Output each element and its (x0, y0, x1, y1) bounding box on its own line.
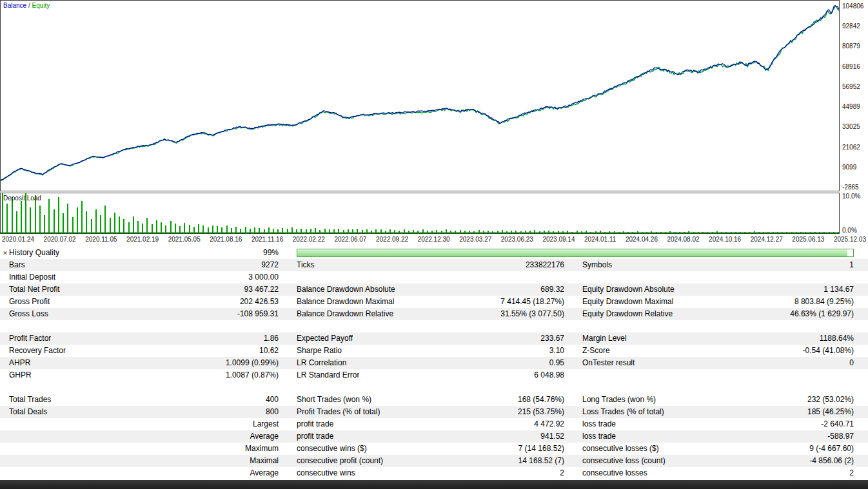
stat-value: 3.10 (549, 345, 564, 357)
stat-cell: Equity Drawdown Absolute1 134.67 (582, 283, 854, 296)
deposit-load-bar (189, 225, 190, 233)
stat-label: Balance Drawdown Maximal (297, 296, 394, 308)
deposit-load-bar (81, 201, 83, 233)
stat-cell (297, 271, 564, 283)
stat-label: Profit Trades (% of total) (297, 406, 380, 418)
stat-value: 215 (53.75%) (518, 406, 564, 418)
stat-cell: History Quality99% (9, 247, 279, 259)
stat-label: loss trade (582, 430, 616, 443)
stat-value: 0 (849, 357, 854, 369)
stat-cell: Expected Payoff233.67 (297, 332, 564, 345)
strategy-tester-report: Balance / Equity 10480692842808796891656… (0, 0, 868, 489)
deposit-load-bar (193, 227, 195, 234)
table-row: Averageprofit trade941.52loss trade-588.… (0, 430, 868, 443)
stat-label: Gross Loss (9, 308, 48, 320)
table-row: Total Deals800Profit Trades (% of total)… (0, 406, 868, 418)
bottom-scrollbar-track[interactable] (0, 480, 868, 489)
deposit-y-axis: 10.0% 0.0% (842, 193, 868, 234)
deposit-load-bar (63, 213, 64, 233)
table-row: Initial Deposit3 000.00 (0, 271, 868, 283)
deposit-load-bar (161, 222, 162, 233)
table-row: Averageconsecutive wins2consecutive loss… (0, 467, 868, 479)
stat-value: 1.0099 (0.99%) (226, 357, 279, 369)
stat-label: LR Standard Error (297, 369, 359, 381)
stat-label: Balance Drawdown Relative (297, 308, 393, 320)
deposit-load-bar (39, 206, 41, 233)
stat-value: 0.95 (549, 357, 564, 369)
deposit-load-bar (48, 199, 50, 233)
stat-value: -588.97 (827, 430, 854, 443)
balance-equity-chart-panel: Balance / Equity (0, 0, 840, 191)
x-axis-date-label: 2021.02.19 (126, 236, 159, 243)
stat-cell: Average (9, 430, 279, 443)
deposit-load-bar (184, 223, 185, 233)
main-y-axis-label: 21062 (842, 144, 860, 151)
balance-line (1, 5, 839, 180)
stat-cell: consecutive loss (count)-4 856.06 (2) (582, 455, 854, 467)
stat-value: 1.86 (264, 332, 279, 345)
stat-value: 14 168.52 (7) (518, 455, 564, 467)
stat-value: 185 (46.25%) (807, 406, 854, 418)
x-axis-date-label: 2021.05.05 (168, 236, 201, 243)
stat-cell: consecutive losses ($)9 (-4 667.60) (582, 443, 854, 455)
table-row: Largestprofit trade4 472.92loss trade-2 … (0, 418, 868, 430)
deposit-load-bar (104, 206, 106, 233)
table-row: Gross Profit202 426.53Balance Drawdown M… (0, 296, 868, 308)
main-y-axis-label: -2865 (842, 184, 859, 191)
stat-label: GHPR (9, 369, 32, 381)
stat-value: 7 414.45 (18.27%) (500, 296, 564, 308)
stat-cell: consecutive wins2 (297, 467, 564, 479)
stat-value: 202 426.53 (240, 296, 279, 308)
stat-cell: Z-Score-0.54 (41.08%) (582, 345, 854, 357)
x-axis-date-label: 2020.01.24 (2, 236, 34, 243)
stat-label: Symbols (582, 259, 612, 271)
x-axis-date-label: 2023.09.14 (542, 236, 575, 243)
deposit-load-bar (86, 211, 87, 233)
stat-cell: Short Trades (won %)168 (54.76%) (297, 394, 564, 406)
deposit-load-bar (77, 207, 78, 233)
stat-cell: Profit Factor1.86 (9, 332, 279, 345)
deposit-load-bar (179, 226, 181, 233)
stat-value: -0.54 (41.08%) (803, 345, 854, 357)
deposit-load-bar (212, 225, 213, 233)
balance-equity-plot (1, 1, 839, 191)
main-y-axis-label: 56952 (842, 84, 860, 90)
stat-cell: profit trade4 472.92 (297, 418, 564, 430)
stat-value: 93 467.22 (244, 283, 279, 296)
stat-value: 400 (266, 394, 279, 406)
stat-cell: Equity Drawdown Relative46.63% (1 629.97… (582, 308, 854, 320)
stat-label: OnTester result (582, 357, 635, 369)
table-row: Maximalconsecutive profit (count)14 168.… (0, 455, 868, 467)
stat-label: Total Deals (9, 406, 47, 418)
deposit-load-plot (1, 193, 839, 233)
stat-label: Total Trades (9, 394, 51, 406)
deposit-load-bar (6, 204, 8, 234)
stat-label: Profit Factor (9, 332, 51, 345)
x-axis-date-label: 2023.03.27 (459, 236, 491, 243)
stat-label: Equity Drawdown Maximal (582, 296, 673, 308)
stat-label: consecutive loss (count) (582, 455, 666, 467)
stat-cell: Average (9, 467, 279, 479)
stat-label: Initial Deposit (9, 271, 55, 283)
deposit-load-bar (119, 216, 120, 233)
stat-cell: Ticks233822176 (297, 259, 564, 271)
stat-value: 232 (53.02%) (807, 394, 854, 406)
stat-value: 233.67 (540, 332, 564, 345)
stat-label: consecutive profit (count) (297, 455, 383, 467)
stat-label: Total Net Profit (9, 283, 60, 296)
deposit-load-bar (44, 215, 45, 233)
x-axis-date-label: 2022.12.30 (418, 236, 450, 243)
stat-cell: Loss Trades (% of total)185 (46.25%) (582, 406, 854, 418)
stat-value: 941.52 (540, 430, 564, 443)
history-quality-bar (297, 249, 854, 257)
deposit-load-panel: Deposit Load (0, 193, 840, 234)
deposit-load-bar (152, 224, 153, 233)
close-report-button[interactable]: ✕ (1, 249, 9, 257)
stat-cell: consecutive wins ($)7 (14 168.52) (297, 443, 564, 455)
main-y-axis: 1048069284280879689165695244989330252106… (842, 0, 868, 191)
stat-label: Long Trades (won %) (582, 394, 656, 406)
stat-value: 6 048.98 (534, 369, 564, 381)
legend-equity-label: Equity (32, 2, 50, 9)
stat-label: profit trade (297, 418, 333, 430)
x-axis-dates: 2020.01.242020.07.022020.11.052021.02.19… (2, 236, 866, 243)
